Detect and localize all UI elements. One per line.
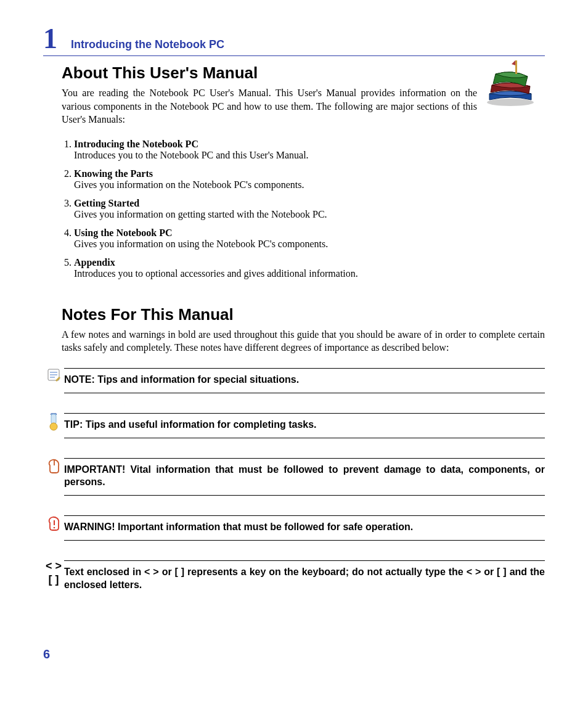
list-item: Introducing the Notebook PC Introduces y… bbox=[74, 139, 545, 161]
item-title: Knowing the Parts bbox=[74, 168, 153, 179]
chapter-number: 1 bbox=[43, 25, 57, 53]
list-item: Appendix Introduces you to optional acce… bbox=[74, 257, 545, 279]
warning-icon bbox=[43, 515, 64, 533]
note-icon bbox=[43, 368, 64, 382]
note-text: NOTE: Tips and information for special s… bbox=[64, 368, 545, 393]
svg-point-0 bbox=[487, 99, 534, 106]
item-title: Introducing the Notebook PC bbox=[74, 139, 198, 149]
svg-point-10 bbox=[54, 527, 55, 529]
sections-list: Introducing the Notebook PC Introduces y… bbox=[62, 139, 545, 279]
important-text: IMPORTANT! Vital information that must b… bbox=[64, 458, 545, 496]
notes-intro-text: A few notes and warnings in bold are use… bbox=[62, 328, 545, 354]
brackets-text: Text enclosed in < > or [ ] represents a… bbox=[64, 560, 545, 598]
note-row-brackets: < > [ ] Text enclosed in < > or [ ] repr… bbox=[43, 560, 545, 598]
item-desc: Introduces you to the Notebook PC and th… bbox=[74, 150, 545, 161]
note-row-note: NOTE: Tips and information for special s… bbox=[43, 368, 545, 393]
item-title: Appendix bbox=[74, 257, 115, 268]
item-desc: Gives you information on using the Noteb… bbox=[74, 239, 545, 250]
brackets-icon: < > [ ] bbox=[43, 560, 64, 586]
page-number: 6 bbox=[43, 647, 50, 661]
about-heading: About This User's Manual bbox=[62, 63, 545, 83]
item-desc: Gives you information on getting started… bbox=[74, 209, 545, 220]
warning-text: WARNING! Important information that must… bbox=[64, 515, 545, 541]
note-row-tip: TIP: Tips and useful information for com… bbox=[43, 413, 545, 438]
svg-point-8 bbox=[50, 423, 57, 430]
books-illustration bbox=[481, 55, 540, 110]
chapter-title: Introducing the Notebook PC bbox=[71, 38, 224, 51]
item-desc: Gives you information on the Notebook PC… bbox=[74, 179, 545, 190]
item-title: Using the Notebook PC bbox=[74, 227, 173, 238]
chapter-header: 1 Introducing the Notebook PC bbox=[43, 25, 545, 56]
tip-icon bbox=[43, 413, 64, 432]
tip-text: TIP: Tips and useful information for com… bbox=[64, 413, 545, 438]
angle-bracket-symbol: < > bbox=[46, 560, 62, 573]
notes-heading: Notes For This Manual bbox=[62, 305, 545, 324]
note-row-warning: WARNING! Important information that must… bbox=[43, 515, 545, 541]
note-row-important: IMPORTANT! Vital information that must b… bbox=[43, 458, 545, 496]
list-item: Getting Started Gives you information on… bbox=[74, 198, 545, 220]
list-item: Using the Notebook PC Gives you informat… bbox=[74, 227, 545, 250]
square-bracket-symbol: [ ] bbox=[49, 574, 59, 586]
item-title: Getting Started bbox=[74, 198, 139, 208]
item-desc: Introduces you to optional accessories a… bbox=[74, 268, 545, 279]
list-item: Knowing the Parts Gives you information … bbox=[74, 168, 545, 190]
svg-rect-1 bbox=[515, 60, 517, 74]
about-intro-text: You are reading the Notebook PC User's M… bbox=[62, 86, 545, 126]
important-icon bbox=[43, 458, 64, 475]
